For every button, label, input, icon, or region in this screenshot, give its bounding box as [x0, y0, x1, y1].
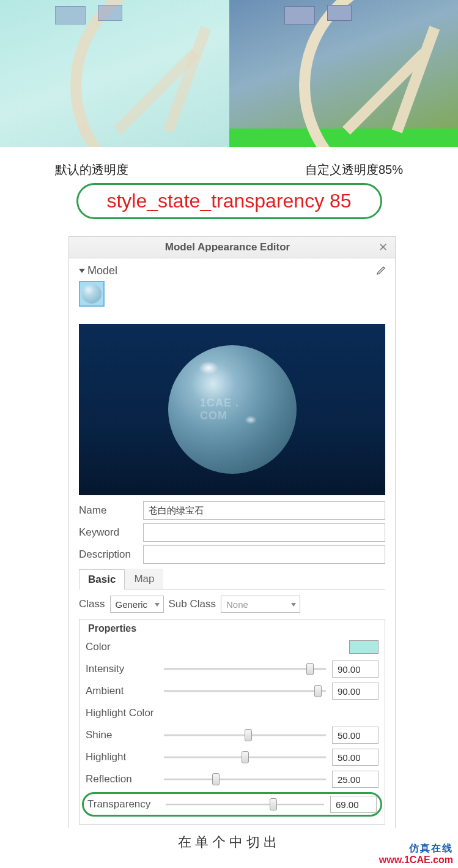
model-section-header[interactable]: Model — [79, 264, 385, 277]
caption-right: 自定义透明度85% — [305, 162, 403, 178]
reflection-slider[interactable] — [164, 773, 326, 785]
description-label: Description — [79, 548, 143, 561]
color-chip[interactable] — [349, 640, 379, 654]
material-swatch[interactable] — [79, 281, 105, 307]
transparency-value[interactable] — [330, 796, 377, 813]
shine-slider[interactable] — [164, 729, 326, 741]
intensity-value[interactable] — [332, 660, 379, 678]
watermark-text: 1CAE . COM — [200, 397, 264, 422]
ambient-label: Ambient — [86, 685, 164, 697]
intensity-label: Intensity — [86, 663, 164, 675]
material-preview: 1CAE . COM — [79, 324, 385, 495]
eyedropper-icon[interactable] — [375, 266, 385, 276]
swatch-sphere-icon — [82, 284, 102, 304]
highlight-label: Highlight — [86, 751, 164, 763]
footer-watermark: 仿真在线 www.1CAE.com — [379, 842, 453, 851]
properties-legend: Properties — [88, 623, 379, 634]
shine-label: Shine — [86, 729, 164, 741]
editor-title: Model Appearance Editor — [76, 241, 379, 253]
editor-titlebar: Model Appearance Editor ✕ — [68, 236, 396, 258]
highlight-slider[interactable] — [164, 751, 326, 763]
highlight-value[interactable] — [332, 749, 379, 766]
footer-cn: 仿真在线 — [379, 842, 453, 851]
highlight-color-label: Highlight Color — [86, 707, 154, 719]
caption-left: 默认的透明度 — [55, 162, 305, 178]
model-label: Model — [87, 264, 375, 277]
tab-map[interactable]: Map — [125, 569, 163, 589]
transparency-highlight: Transparency — [82, 792, 382, 817]
tabs: Basic Map — [79, 569, 385, 589]
transparency-slider[interactable] — [166, 798, 324, 810]
subclass-label: Sub Class — [169, 598, 216, 610]
comparison-images — [0, 0, 458, 147]
reflection-label: Reflection — [86, 773, 164, 785]
config-code-badge: style_state_transparency 85 — [76, 183, 382, 219]
collapse-triangle-icon — [79, 269, 85, 273]
tab-basic[interactable]: Basic — [79, 569, 125, 589]
intensity-slider[interactable] — [164, 663, 326, 675]
keyword-field[interactable] — [143, 523, 385, 542]
config-code-text: style_state_transparency 85 — [106, 190, 351, 212]
description-field[interactable] — [143, 545, 385, 564]
subclass-select[interactable]: None — [221, 596, 300, 613]
name-label: Name — [79, 504, 143, 517]
preview-sphere: 1CAE . COM — [168, 345, 297, 474]
close-icon[interactable]: ✕ — [379, 241, 388, 254]
ambient-value[interactable] — [332, 683, 379, 700]
transparency-label: Transparency — [87, 798, 166, 810]
class-select[interactable]: Generic — [110, 596, 164, 613]
model-appearance-editor: Model Appearance Editor ✕ Model 1CAE . C… — [68, 236, 396, 828]
name-field[interactable] — [143, 501, 385, 520]
class-label: Class — [79, 598, 105, 610]
color-label: Color — [86, 641, 164, 653]
captions-row: 默认的透明度 自定义透明度85% — [0, 162, 458, 178]
keyword-label: Keyword — [79, 526, 143, 539]
properties-fieldset: Properties Color Intensity Ambient Highl… — [79, 619, 385, 825]
ambient-slider[interactable] — [164, 685, 326, 697]
reflection-value[interactable] — [332, 771, 379, 788]
default-transparency-image — [0, 0, 229, 147]
custom-transparency-image — [229, 0, 459, 147]
shine-value[interactable] — [332, 727, 379, 744]
